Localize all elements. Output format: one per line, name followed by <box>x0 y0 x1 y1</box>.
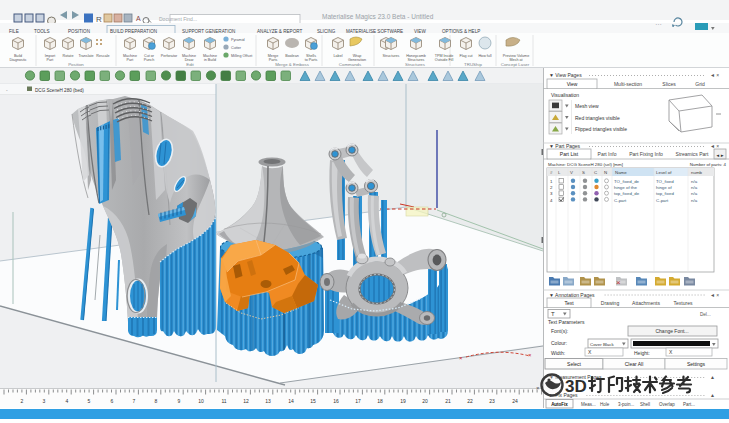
svg-text:Attachments: Attachments <box>632 300 660 306</box>
svg-text:Translate: Translate <box>78 54 93 58</box>
svg-text:◄ ×: ◄ × <box>710 72 719 78</box>
svg-text:7: 7 <box>133 398 136 404</box>
svg-text:Text: Text <box>564 300 574 306</box>
svg-text:Settings: Settings <box>687 361 706 367</box>
svg-text:Part: Part <box>47 58 54 62</box>
svg-text:N: N <box>604 170 607 175</box>
svg-text:Flag cut: Flag cut <box>459 54 472 58</box>
svg-text:in Build: in Build <box>204 58 216 62</box>
svg-text:Part List: Part List <box>560 151 579 157</box>
svg-text:Rescale: Rescale <box>96 54 109 58</box>
svg-text:3: 3 <box>43 398 46 404</box>
svg-text:Part: Part <box>127 58 134 62</box>
svg-text:24: 24 <box>512 398 518 404</box>
svg-text:◄ ×: ◄ × <box>710 292 719 298</box>
svg-text:▼ Annotation Pages: ▼ Annotation Pages <box>549 292 595 298</box>
svg-text:…: … <box>655 19 662 26</box>
svg-text:TO_fixed: TO_fixed <box>656 179 674 184</box>
svg-text:Merge & Emboss: Merge & Emboss <box>275 62 309 67</box>
svg-text:23: 23 <box>489 398 495 404</box>
svg-text:Edit: Edit <box>186 62 194 67</box>
svg-text:Structures: Structures <box>405 62 426 67</box>
svg-text:×: × <box>459 355 463 361</box>
svg-text:Del...: Del... <box>700 312 711 317</box>
svg-text:TRUShip: TRUShip <box>464 62 482 67</box>
svg-text:Hole: Hole <box>600 402 610 407</box>
svg-text:Boolean: Boolean <box>285 54 299 58</box>
svg-text:21: 21 <box>445 398 451 404</box>
svg-text:Position: Position <box>68 62 84 67</box>
svg-text:Text Parameters: Text Parameters <box>548 319 585 325</box>
svg-text:Number of parts: 4: Number of parts: 4 <box>690 162 727 167</box>
svg-text:Mesh view: Mesh view <box>575 103 599 109</box>
svg-text:Milling Offset: Milling Offset <box>231 54 252 58</box>
svg-text:8: 8 <box>155 398 158 404</box>
svg-text:Materialise Magics 23.0 Beta -: Materialise Magics 23.0 Beta - Untitled <box>322 13 434 21</box>
svg-text:DCG SceneH 280 (bed): DCG SceneH 280 (bed) <box>35 88 84 93</box>
svg-text:V: V <box>570 170 573 175</box>
svg-text:Level of: Level of <box>656 170 672 175</box>
svg-text:Grid: Grid <box>695 81 705 87</box>
svg-text:S: S <box>582 170 585 175</box>
svg-text:4: 4 <box>66 398 69 404</box>
svg-text:Concept Laser: Concept Laser <box>501 62 530 67</box>
svg-text:Width:: Width: <box>551 350 565 356</box>
svg-text:Machine: DCG SceneH 280 (sel): Machine: DCG SceneH 280 (sel) [mm] <box>548 162 623 167</box>
svg-text:14: 14 <box>288 398 294 404</box>
svg-text:16: 16 <box>333 398 339 404</box>
svg-text:Name: Name <box>615 170 627 175</box>
svg-text:3-poin...: 3-poin... <box>618 402 634 407</box>
svg-text:C: C <box>594 170 597 175</box>
svg-text:Cutter: Cutter <box>231 46 242 50</box>
svg-text:R: R <box>96 15 102 24</box>
svg-text:15: 15 <box>310 398 316 404</box>
svg-text:n/a: n/a <box>691 179 698 184</box>
svg-text:×: × <box>616 278 621 287</box>
svg-text:top_fixed: top_fixed <box>656 191 674 196</box>
svg-text:9: 9 <box>178 398 181 404</box>
svg-text:2: 2 <box>21 398 24 404</box>
svg-text:TO_fixed_de: TO_fixed_de <box>614 179 640 184</box>
svg-text:Punch: Punch <box>144 58 154 62</box>
svg-text:Meas...: Meas... <box>581 402 596 407</box>
svg-text:Red triangles visible: Red triangles visible <box>575 115 620 121</box>
svg-text:Drawing: Drawing <box>601 300 620 306</box>
svg-text:How full: How full <box>478 54 491 58</box>
svg-text:Flipped triangles visible: Flipped triangles visible <box>575 126 627 132</box>
svg-text:Visualisation: Visualisation <box>551 92 579 98</box>
svg-text:top_fixed_de: top_fixed_de <box>614 191 640 196</box>
svg-text:Slices: Slices <box>662 81 676 87</box>
svg-text:n/a: n/a <box>691 198 698 203</box>
svg-text:▲: ▲ <box>710 374 715 380</box>
svg-text:18: 18 <box>377 398 383 404</box>
svg-text:Perforator: Perforator <box>161 54 178 58</box>
svg-text:Colour:: Colour: <box>551 340 567 346</box>
svg-text:Select: Select <box>567 361 582 367</box>
svg-text:Overlap: Overlap <box>659 402 675 407</box>
svg-text:T: T <box>551 311 555 317</box>
svg-text:20: 20 <box>422 398 428 404</box>
svg-text:5: 5 <box>88 398 91 404</box>
svg-text:n/a: n/a <box>691 185 698 190</box>
svg-text:numb: numb <box>691 170 703 175</box>
svg-text:▲: ▲ <box>710 392 715 398</box>
svg-text:A: A <box>136 15 141 22</box>
svg-text:Clear All: Clear All <box>625 361 644 367</box>
svg-text:Outside Fill: Outside Fill <box>435 58 454 62</box>
svg-text:▼ View Pages: ▼ View Pages <box>549 72 582 78</box>
svg-text:Pyramid: Pyramid <box>231 38 245 42</box>
svg-text:Height:: Height: <box>634 350 650 356</box>
svg-text:12: 12 <box>243 398 249 404</box>
svg-text:◄►: ◄► <box>716 153 725 158</box>
svg-text:13: 13 <box>265 398 271 404</box>
svg-text:Font(s):: Font(s): <box>551 328 568 334</box>
svg-text:n/a: n/a <box>691 191 698 196</box>
svg-text:×: × <box>536 385 540 391</box>
svg-text:Diagnostic: Diagnostic <box>9 58 26 62</box>
svg-text:Rotate: Rotate <box>63 54 74 58</box>
svg-text:6: 6 <box>111 398 114 404</box>
svg-text:Part Fixing Info: Part Fixing Info <box>629 151 663 157</box>
svg-text:▼ Part Pages: ▼ Part Pages <box>549 143 581 149</box>
svg-text:Change Font...: Change Font... <box>655 328 688 334</box>
svg-text:Structures: Structures <box>383 54 400 58</box>
